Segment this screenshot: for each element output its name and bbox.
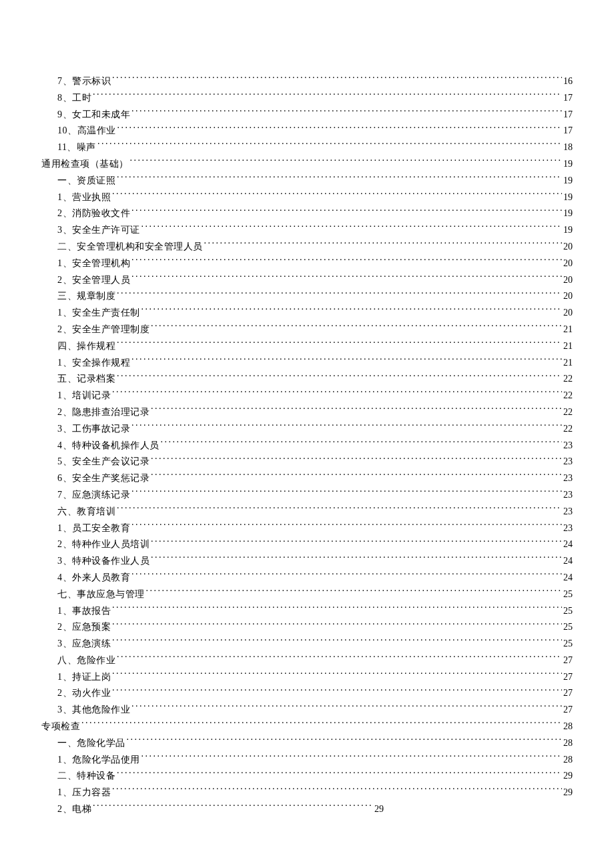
toc-entry[interactable]: 1、营业执照19: [41, 189, 573, 206]
toc-entry[interactable]: 2、消防验收文件19: [41, 205, 573, 222]
toc-entry[interactable]: 1、安全管理机构20: [41, 256, 573, 272]
toc-page-number: 24: [563, 553, 573, 570]
toc-label: 1、压力容器: [57, 785, 111, 801]
toc-entry[interactable]: 4、外来人员教育24: [41, 570, 573, 586]
toc-page-number: 28: [563, 735, 573, 752]
toc-leader-dots: [131, 571, 562, 580]
toc-page-number: 17: [563, 107, 573, 123]
toc-leader-dots: [112, 637, 562, 646]
toc-page-number: 27: [563, 669, 573, 686]
toc-entry[interactable]: 3、应急演练25: [41, 636, 573, 653]
toc-entry[interactable]: 七、事故应急与管理25: [41, 586, 573, 603]
toc-entry[interactable]: 1、事故报告25: [41, 603, 573, 620]
toc-leader-dots: [112, 671, 562, 680]
toc-label: 八、危险作业: [57, 653, 115, 669]
toc-entry[interactable]: 2、安全生产管理制度21: [41, 322, 573, 338]
toc-entry[interactable]: 2、特种作业人员培训24: [41, 536, 573, 553]
toc-page-number: 24: [563, 570, 573, 586]
toc-leader-dots: [131, 207, 562, 216]
toc-label: 1、员工安全教育: [57, 520, 130, 537]
table-of-contents: 7、警示标识168、工时179、女工和未成年1710、高温作业1711、噪声18…: [41, 73, 573, 818]
toc-leader-dots: [93, 803, 373, 812]
toc-entry[interactable]: 二、安全管理机构和安全管理人员20: [41, 239, 573, 256]
toc-entry[interactable]: 1、安全操作规程21: [41, 355, 573, 372]
toc-entry[interactable]: 一、资质证照19: [41, 173, 573, 189]
toc-entry[interactable]: 3、特种设备作业人员24: [41, 553, 573, 570]
toc-entry[interactable]: 10、高温作业17: [41, 123, 573, 139]
toc-entry[interactable]: 1、持证上岗27: [41, 669, 573, 686]
toc-leader-dots: [117, 372, 562, 382]
toc-page-number: 22: [563, 404, 573, 421]
toc-entry[interactable]: 1、危险化学品使用28: [41, 752, 573, 769]
toc-entry[interactable]: 8、工时17: [41, 90, 573, 107]
toc-entry[interactable]: 1、安全生产责任制20: [41, 305, 573, 322]
toc-label: 三、规章制度: [57, 288, 115, 305]
toc-entry[interactable]: 八、危险作业27: [41, 653, 573, 669]
toc-page-number: 28: [563, 719, 573, 735]
toc-label: 2、电梯: [57, 801, 91, 818]
toc-label: 1、事故报告: [57, 603, 111, 620]
toc-entry[interactable]: 一、危险化学品28: [41, 735, 573, 752]
toc-leader-dots: [112, 687, 562, 696]
toc-entry[interactable]: 专项检查28: [41, 719, 573, 735]
toc-page-number: 17: [563, 90, 573, 107]
toc-leader-dots: [117, 505, 562, 514]
toc-leader-dots: [117, 124, 563, 133]
toc-entry[interactable]: 三、规章制度20: [41, 288, 573, 305]
toc-page-number: 20: [563, 272, 573, 289]
toc-entry[interactable]: 1、培训记录22: [41, 388, 573, 404]
toc-leader-dots: [112, 75, 562, 84]
toc-page-number: 27: [563, 702, 573, 719]
toc-label: 6、安全生产奖惩记录: [57, 470, 149, 487]
toc-leader-dots: [112, 191, 562, 200]
toc-entry[interactable]: 五、记录档案22: [41, 371, 573, 388]
toc-label: 四、操作规程: [57, 338, 115, 355]
toc-page-number: 19: [563, 189, 573, 206]
toc-entry[interactable]: 四、操作规程21: [41, 338, 573, 355]
toc-entry[interactable]: 2、动火作业27: [41, 685, 573, 702]
toc-entry[interactable]: 4、特种设备机操作人员23: [41, 438, 573, 454]
toc-leader-dots: [151, 455, 562, 464]
toc-entry[interactable]: 1、压力容器29: [41, 785, 573, 801]
toc-leader-dots: [112, 786, 562, 795]
toc-page-number: 23: [563, 454, 573, 470]
toc-entry[interactable]: 二、特种设备29: [41, 768, 573, 785]
toc-label: 2、特种作业人员培训: [57, 536, 149, 553]
toc-page-number: 25: [563, 603, 573, 620]
toc-entry[interactable]: 7、应急演练记录23: [41, 487, 573, 504]
toc-label: 9、女工和未成年: [57, 107, 130, 123]
toc-label: 2、安全生产管理制度: [57, 322, 149, 338]
toc-entry[interactable]: 通用检查项（基础）19: [41, 156, 573, 173]
toc-label: 3、工伤事故记录: [57, 421, 130, 438]
toc-entry[interactable]: 2、电梯29: [41, 801, 573, 818]
toc-page-number: 19: [563, 205, 573, 222]
toc-label: 2、应急预案: [57, 619, 111, 636]
toc-entry[interactable]: 2、隐患排查治理记录22: [41, 404, 573, 421]
toc-leader-dots: [131, 356, 562, 366]
toc-entry[interactable]: 11、噪声18: [41, 139, 573, 156]
toc-entry[interactable]: 3、其他危险作业27: [41, 702, 573, 719]
toc-label: 五、记录档案: [57, 371, 115, 388]
toc-entry[interactable]: 1、员工安全教育23: [41, 520, 573, 537]
toc-entry[interactable]: 9、女工和未成年17: [41, 107, 573, 123]
toc-entry[interactable]: 7、警示标识16: [41, 73, 573, 90]
toc-entry[interactable]: 2、安全管理人员20: [41, 272, 573, 289]
toc-label: 11、噪声: [57, 139, 96, 156]
toc-label: 4、特种设备机操作人员: [57, 438, 160, 454]
toc-entry[interactable]: 3、安全生产许可证19: [41, 222, 573, 239]
toc-entry[interactable]: 2、应急预案25: [41, 619, 573, 636]
toc-page-number: 22: [563, 371, 573, 388]
toc-entry[interactable]: 六、教育培训23: [41, 504, 573, 520]
toc-leader-dots: [81, 720, 562, 729]
toc-entry[interactable]: 5、安全生产会议记录23: [41, 454, 573, 470]
toc-page-number: 25: [563, 619, 573, 636]
toc-leader-dots: [131, 488, 562, 498]
toc-page-number: 28: [563, 752, 573, 769]
toc-label: 1、持证上岗: [57, 669, 111, 686]
toc-label: 2、动火作业: [57, 685, 111, 702]
toc-page-number: 20: [563, 305, 573, 322]
toc-entry[interactable]: 3、工伤事故记录22: [41, 421, 573, 438]
toc-label: 7、警示标识: [57, 73, 111, 90]
toc-entry[interactable]: 6、安全生产奖惩记录23: [41, 470, 573, 487]
toc-label: 5、安全生产会议记录: [57, 454, 149, 470]
